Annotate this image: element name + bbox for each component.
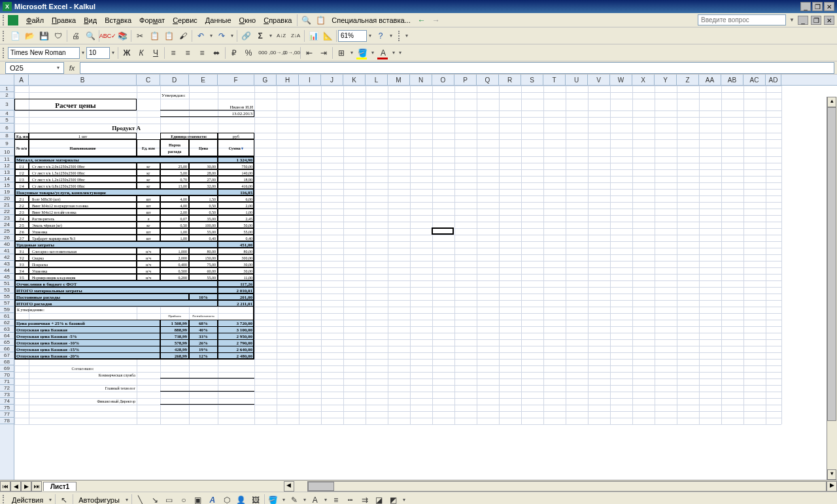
toolbar-handle[interactable] [3, 31, 5, 41]
align-right-icon[interactable]: ≡ [195, 46, 209, 60]
paste-special-icon[interactable]: 📋 [313, 13, 328, 27]
font-color-draw-icon[interactable]: A [308, 493, 322, 505]
vscroll-thumb[interactable] [827, 107, 836, 421]
toolbar-handle[interactable] [398, 31, 401, 41]
spell-icon[interactable]: ABC✓ [101, 29, 115, 43]
column-headers[interactable]: ABCDEFGHIJKLMNOPQRSTUVWXYZAAABACAD [14, 75, 837, 86]
hscroll-right-button[interactable]: ▶ [827, 481, 837, 492]
scroll-up-button[interactable]: ▴ [827, 97, 836, 107]
copy-icon[interactable]: 📋 [147, 29, 162, 43]
size-dropdown[interactable]: ▾ [110, 50, 116, 56]
increase-decimal-icon[interactable]: ,00→,0 [270, 46, 284, 60]
find-icon[interactable]: 🔍 [299, 13, 313, 27]
line-icon[interactable]: ╲ [133, 493, 148, 505]
menu-file[interactable]: Файл [22, 15, 48, 25]
autosum-icon[interactable]: Σ [253, 29, 267, 43]
hscroll-left-button[interactable]: ◀ [284, 481, 294, 492]
picture-icon[interactable]: 🖼 [248, 493, 263, 505]
fill-color-draw-icon[interactable]: 🪣 [266, 493, 281, 505]
rectangle-icon[interactable]: ▭ [162, 493, 177, 505]
spreadsheet-grid[interactable]: ABCDEFGHIJKLMNOPQRSTUVWXYZAAABACAD 12345… [0, 75, 837, 480]
align-center-icon[interactable]: ≡ [180, 46, 195, 60]
sheet-tab-1[interactable]: Лист1 [43, 482, 77, 491]
increase-indent-icon[interactable]: ⇥ [316, 46, 331, 60]
percent-icon[interactable]: % [241, 46, 256, 60]
hscroll-thumb[interactable] [308, 482, 334, 491]
size-select[interactable] [86, 47, 110, 59]
wordart-icon[interactable]: A [205, 493, 220, 505]
new-icon[interactable]: 📄 [8, 29, 22, 43]
textbox-icon[interactable]: ▣ [191, 493, 205, 505]
autosum-dropdown[interactable]: ▾ [267, 33, 274, 39]
line-style-icon[interactable]: ≡ [329, 493, 343, 505]
drawing-icon[interactable]: 📐 [320, 29, 335, 43]
menu-help[interactable]: Справка [260, 15, 296, 25]
toolbar-options-3[interactable]: ▾ [397, 50, 403, 56]
select-objects-icon[interactable]: ↖ [57, 493, 71, 505]
autoshapes-menu[interactable]: Автофигуры [75, 495, 124, 505]
underline-icon[interactable]: Ч [148, 46, 163, 60]
chart-icon[interactable]: 📊 [306, 29, 320, 43]
fx-icon[interactable]: fx [64, 64, 80, 72]
toolbar-handle[interactable] [3, 15, 5, 25]
menu-tools[interactable]: Сервис [169, 15, 201, 25]
italic-icon[interactable]: К [134, 46, 148, 60]
select-all-corner[interactable] [0, 75, 14, 86]
arrow-right-icon[interactable]: → [429, 13, 443, 27]
redo-icon[interactable]: ↷ [214, 29, 229, 43]
arrow-style-icon[interactable]: ⇉ [358, 493, 372, 505]
font-color-icon[interactable]: A [376, 46, 390, 60]
close-button[interactable]: ✕ [824, 2, 834, 11]
permission-icon[interactable]: 🛡 [51, 29, 65, 43]
font-dropdown[interactable]: ▾ [80, 50, 86, 56]
save-icon[interactable]: 💾 [37, 29, 51, 43]
font-color-dropdown[interactable]: ▾ [390, 50, 397, 56]
tab-prev-button[interactable]: ◀ [10, 481, 21, 492]
formula-input[interactable] [80, 62, 834, 74]
preview-icon[interactable]: 🔍 [83, 29, 97, 43]
scroll-down-button[interactable]: ▾ [827, 469, 836, 480]
doc-restore-button[interactable]: ❐ [811, 16, 821, 25]
print-icon[interactable]: 🖨 [69, 29, 83, 43]
doc-minimize-button[interactable]: _ [798, 16, 808, 25]
menu-format[interactable]: Формат [135, 15, 169, 25]
toolbar-options[interactable]: ▾ [388, 33, 394, 39]
toolbar-options-2[interactable]: ▾ [403, 33, 410, 39]
sort-asc-icon[interactable]: A↓Z [274, 29, 288, 43]
zoom-select[interactable] [338, 30, 367, 42]
arrow-shape-icon[interactable]: ↘ [148, 493, 162, 505]
help-dropdown-icon[interactable]: ▼ [789, 17, 795, 23]
toolbar-handle[interactable] [3, 48, 5, 58]
format-painter-icon[interactable]: 🖌 [176, 29, 190, 43]
tab-next-button[interactable]: ▶ [21, 481, 31, 492]
restore-button[interactable]: ❐ [812, 2, 823, 11]
menu-edit[interactable]: Правка [48, 15, 80, 25]
paste-icon[interactable]: 📋 [162, 29, 176, 43]
drawbar-options[interactable]: ▾ [401, 497, 407, 503]
toolbar-handle[interactable] [3, 495, 5, 505]
menu-data[interactable]: Данные [201, 15, 235, 25]
vertical-scrollbar[interactable]: ▴ ▾ [827, 97, 837, 480]
undo-icon[interactable]: ↶ [194, 29, 208, 43]
line-color-icon[interactable]: ✎ [287, 493, 301, 505]
font-select[interactable] [8, 47, 80, 59]
clipart-icon[interactable]: 👤 [234, 493, 248, 505]
decrease-decimal-icon[interactable]: ,0→,00 [284, 46, 299, 60]
help-search-input[interactable] [698, 14, 786, 25]
doc-close-button[interactable]: ✕ [824, 16, 834, 25]
cut-icon[interactable]: ✂ [133, 29, 147, 43]
3d-icon[interactable]: ◩ [386, 493, 401, 505]
undo-dropdown[interactable]: ▾ [208, 33, 214, 39]
name-box[interactable]: O25▾ [5, 62, 64, 74]
minimize-button[interactable]: _ [800, 2, 811, 11]
research-icon[interactable]: 📚 [115, 29, 129, 43]
dash-style-icon[interactable]: ┅ [343, 493, 358, 505]
diagram-icon[interactable]: ⬡ [220, 493, 234, 505]
borders-dropdown[interactable]: ▾ [349, 50, 355, 56]
tab-first-button[interactable]: ⏮ [0, 481, 10, 492]
draw-actions-menu[interactable]: Действия [8, 495, 47, 505]
row-headers[interactable]: 1234568910111213141519202122232425264041… [0, 86, 14, 480]
zoom-dropdown[interactable]: ▾ [367, 33, 373, 39]
grid-body[interactable]: Расчет ценыУтверждаю:Иванов И.И13.02.201… [14, 86, 837, 480]
align-left-icon[interactable]: ≡ [166, 46, 180, 60]
